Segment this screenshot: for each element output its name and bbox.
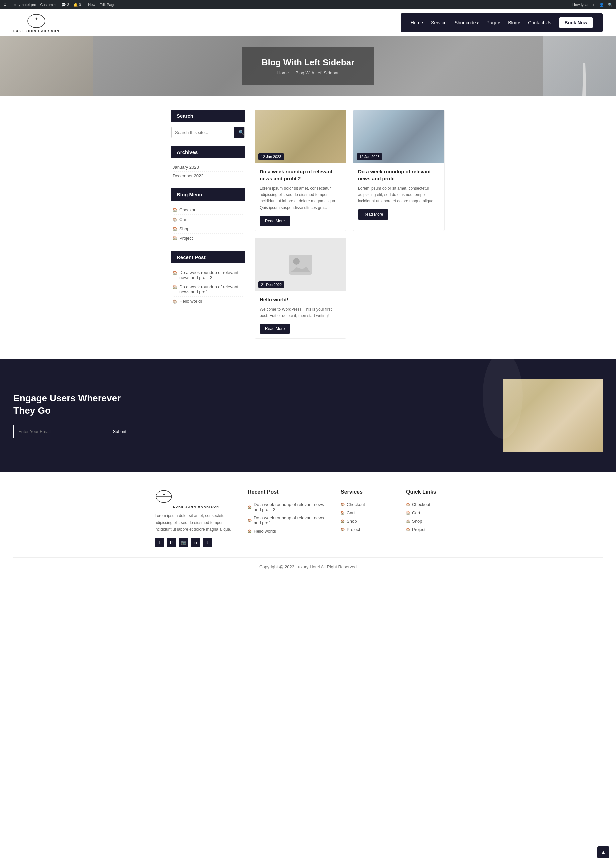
blog-arrow: ▾ — [518, 21, 520, 25]
blog-menu-checkout[interactable]: Checkout — [173, 205, 244, 215]
site-logo: ✦ LUKE JOHN HARRISON — [13, 13, 60, 33]
recent-post-item[interactable]: Hello world! — [173, 296, 244, 306]
logo-text: LUKE JOHN HARRISON — [13, 29, 60, 33]
blog-menu-cart[interactable]: Cart — [173, 215, 244, 224]
read-more-btn-2[interactable]: Read More — [358, 210, 388, 219]
copyright-text: Copyright @ 2023 Luxury Hotel All Right … — [259, 564, 357, 569]
cta-email-input[interactable] — [14, 425, 106, 438]
footer-quicklink-shop[interactable]: Shop — [406, 517, 461, 525]
social-pinterest[interactable]: P — [167, 538, 176, 547]
cta-submit-button[interactable]: Submit — [106, 425, 133, 438]
post-body-3: Hello world! Welcome to WordPress. This … — [255, 291, 346, 338]
nav-book-now[interactable]: Book Now — [559, 17, 592, 28]
read-more-btn-3[interactable]: Read More — [260, 324, 290, 334]
shortcode-arrow: ▾ — [477, 21, 479, 25]
cta-email-form: Submit — [13, 425, 134, 438]
archive-item[interactable]: January 2023 — [173, 163, 244, 172]
footer-service-shop[interactable]: Shop — [341, 517, 396, 525]
blog-posts: 12 Jan 2023 Do a week roundup of relevan… — [255, 110, 445, 339]
nav-service[interactable]: Service — [431, 20, 447, 25]
blog-menu-project[interactable]: Project — [173, 233, 244, 243]
post-date-2: 12 Jan 2023 — [357, 153, 382, 160]
wp-logo[interactable]: ⚙ — [3, 3, 7, 7]
search-icon-admin[interactable]: 🔍 — [608, 3, 613, 7]
howdy-label: Howdy, admin — [572, 3, 596, 7]
post-image-2: 12 Jan 2023 — [354, 110, 444, 164]
hero-overlay: Blog With Left Sidebar Home → Blog With … — [242, 47, 375, 85]
cta-content: Engage Users Wherever They Go Submit — [13, 392, 134, 438]
blog-menu-widget-title: Blog Menu — [171, 189, 245, 201]
blog-menu-shop[interactable]: Shop — [173, 224, 244, 233]
post-body-1: Do a week roundup of relevant news and p… — [255, 164, 346, 230]
social-facebook[interactable]: f — [155, 538, 164, 547]
footer-quick-links-title: Quick Links — [406, 489, 461, 495]
breadcrumb-current: Blog With Left Sidebar — [295, 70, 339, 76]
footer-recent-post-2[interactable]: Do a week roundup of relevant news and p… — [248, 514, 331, 527]
nav-blog[interactable]: Blog▾ — [508, 20, 520, 25]
customize-link[interactable]: Customize — [40, 3, 57, 7]
footer-logo-area: ✦ LUKE JOHN HARRISON Lorem ipsum dolor s… — [155, 489, 238, 547]
main-nav: Home Service Shortcode▾ Page▾ Blog▾ Cont… — [401, 13, 603, 32]
footer-logo-text: LUKE JOHN HARRISON — [155, 505, 238, 508]
archives-widget-title: Archives — [171, 146, 245, 158]
sidebar: Search 🔍 Archives January 2023 December … — [171, 110, 245, 339]
nav-contact[interactable]: Contact Us — [528, 20, 551, 25]
site-header: ✦ LUKE JOHN HARRISON Home Service Shortc… — [0, 9, 616, 36]
new-link[interactable]: + New — [85, 3, 96, 7]
post-date-3: 21 Dec 2022 — [258, 281, 284, 288]
footer-recent-post-3[interactable]: Hello world! — [248, 527, 331, 536]
admin-avatar: 👤 — [599, 3, 604, 7]
footer-quicklink-cart[interactable]: Cart — [406, 509, 461, 517]
archive-item[interactable]: December 2022 — [173, 172, 244, 180]
post-title-1: Do a week roundup of relevant news and p… — [260, 168, 341, 182]
comment-count: 💬 3 — [61, 3, 69, 7]
recent-post-item[interactable]: Do a week roundup of relevant news and p… — [173, 282, 244, 296]
recent-post-widget-title: Recent Post — [171, 251, 245, 263]
archive-list: January 2023 December 2022 — [171, 163, 245, 180]
cta-section: Engage Users Wherever They Go Submit — [0, 359, 616, 472]
footer-service-checkout[interactable]: Checkout — [341, 500, 396, 509]
social-linkedin[interactable]: in — [191, 538, 200, 547]
footer-recent-post-1[interactable]: Do a week roundup of relevant news and p… — [248, 500, 331, 514]
recent-post-list: Do a week roundup of relevant news and p… — [171, 268, 245, 306]
footer-quick-links: Quick Links Checkout Cart Shop Project — [406, 489, 461, 547]
footer-recent-post: Recent Post Do a week roundup of relevan… — [248, 489, 331, 547]
social-twitter[interactable]: t — [203, 538, 212, 547]
post-card-3: 21 Dec 2022 Hello world! Welcome to Word… — [255, 238, 346, 339]
footer-quicklink-project[interactable]: Project — [406, 525, 461, 534]
footer-quick-links-list: Checkout Cart Shop Project — [406, 500, 461, 534]
search-widget-title: Search — [171, 110, 245, 122]
svg-text:✦: ✦ — [163, 493, 165, 496]
post-body-2: Do a week roundup of relevant news and p… — [354, 164, 444, 224]
main-content: Search 🔍 Archives January 2023 December … — [165, 110, 451, 339]
admin-bar-left: ⚙ luxury-hotel-pro Customize 💬 3 🔔 0 + N… — [3, 3, 115, 7]
nav-shortcode[interactable]: Shortcode▾ — [455, 20, 479, 25]
posts-grid: 12 Jan 2023 Do a week roundup of relevan… — [255, 110, 445, 339]
site-link[interactable]: luxury-hotel-pro — [11, 3, 36, 7]
footer-service-cart[interactable]: Cart — [341, 509, 396, 517]
breadcrumb-home[interactable]: Home — [277, 70, 289, 76]
search-button[interactable]: 🔍 — [234, 127, 245, 138]
admin-bar-right: Howdy, admin 👤 🔍 — [572, 3, 613, 7]
nav-home[interactable]: Home — [411, 20, 423, 25]
hero-banner: Blog With Left Sidebar Home → Blog With … — [0, 36, 616, 96]
read-more-btn-1[interactable]: Read More — [260, 216, 290, 226]
svg-text:✦: ✦ — [35, 17, 38, 20]
footer-services-title: Services — [341, 489, 396, 495]
page-arrow: ▾ — [498, 21, 500, 25]
recent-post-item[interactable]: Do a week roundup of relevant news and p… — [173, 268, 244, 282]
post-title-2: Do a week roundup of relevant news and p… — [358, 168, 440, 182]
hero-title: Blog With Left Sidebar — [262, 57, 355, 68]
footer-quicklink-checkout[interactable]: Checkout — [406, 500, 461, 509]
footer-bottom: Copyright @ 2023 Luxury Hotel All Right … — [13, 558, 603, 573]
edit-page-link[interactable]: Edit Page — [99, 3, 115, 7]
blog-menu-list: Checkout Cart Shop Project — [171, 205, 245, 243]
post-image-3: 21 Dec 2022 — [255, 238, 346, 291]
logo-emblem: ✦ — [26, 13, 46, 29]
nav-page[interactable]: Page▾ — [487, 20, 500, 25]
social-instagram[interactable]: 📷 — [179, 538, 188, 547]
search-input[interactable] — [172, 127, 234, 138]
blog-menu-widget: Blog Menu Checkout Cart Shop Project — [171, 189, 245, 243]
search-form: 🔍 — [171, 127, 245, 138]
footer-service-project[interactable]: Project — [341, 525, 396, 534]
